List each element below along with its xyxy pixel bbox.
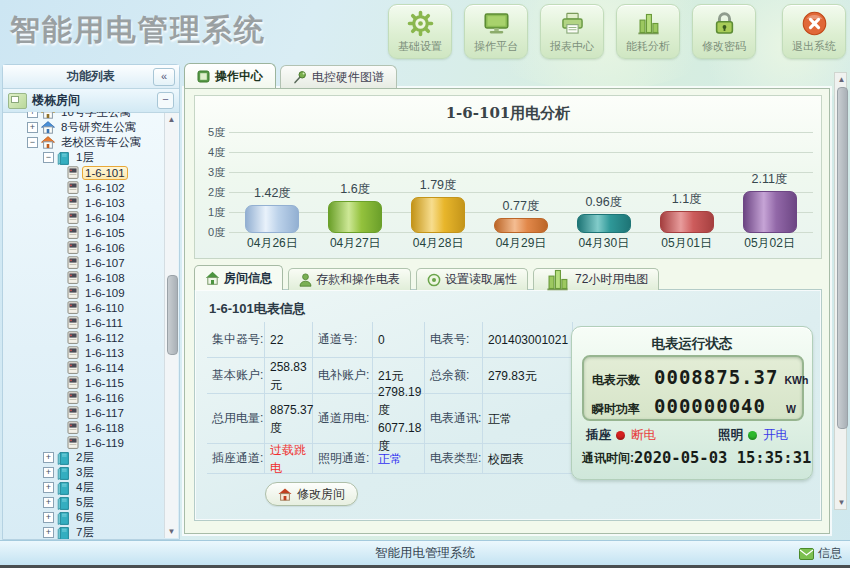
bar-slot: 1.1度 — [645, 132, 728, 233]
bar-slot: 1.6度 — [314, 132, 397, 233]
toolbar-button-2[interactable]: 操作平台 — [464, 4, 528, 59]
meter-icon — [67, 346, 79, 359]
expand-icon[interactable]: + — [43, 527, 54, 538]
toolbar-button-1[interactable]: 基础设置 — [388, 4, 452, 59]
tree-item[interactable]: +4层 — [3, 480, 165, 495]
tree-item[interactable]: −老校区青年公寓 — [3, 135, 165, 150]
y-tick-label: 5度 — [195, 125, 225, 140]
panel-collapse-button[interactable]: − — [157, 92, 174, 109]
comm-time-value: 2020-05-03 15:35:31 — [634, 449, 811, 467]
tree-item[interactable]: 1-6-101 — [3, 165, 165, 180]
tree-item[interactable]: 1-6-105 — [3, 225, 165, 240]
expand-icon[interactable]: + — [43, 482, 54, 493]
main-scroll-thumb[interactable] — [837, 87, 848, 429]
info-field-label: 通道号: — [313, 322, 373, 358]
info-button[interactable]: 信息 — [799, 545, 842, 562]
tree-item[interactable]: +3层 — [3, 465, 165, 480]
sidebar-scrollbar[interactable]: ▲ ▼ — [164, 113, 178, 538]
info-field-label: 基本账户: — [207, 358, 265, 394]
tree-item[interactable]: −1层 — [3, 150, 165, 165]
toolbar-button-3[interactable]: 报表中心 — [540, 4, 604, 59]
toolbar-button-5[interactable]: 修改密码 — [692, 4, 756, 59]
toolbar-button-label: 报表中心 — [550, 39, 594, 54]
tab-4[interactable]: 72小时用电图 — [533, 268, 659, 290]
tab-label: 操作中心 — [215, 68, 263, 85]
sidebar-collapse-button[interactable]: « — [153, 68, 175, 86]
tree-item[interactable]: +6层 — [3, 510, 165, 525]
tree-item-label: 1-6-102 — [82, 181, 128, 195]
expand-icon[interactable]: + — [43, 497, 54, 508]
gear-icon — [407, 10, 434, 38]
tree-item[interactable]: +5层 — [3, 495, 165, 510]
tree-item[interactable]: 1-6-107 — [3, 255, 165, 270]
expand-icon[interactable]: + — [43, 512, 54, 523]
floor-icon — [57, 151, 70, 165]
meter-icon — [67, 211, 79, 224]
x-tick-label: 04月30日 — [562, 235, 645, 252]
tree-item[interactable]: 1-6-104 — [3, 210, 165, 225]
tree-item[interactable]: 1-6-108 — [3, 270, 165, 285]
tree-item[interactable]: 1-6-110 — [3, 300, 165, 315]
status-bar-title: 智能用电管理系统 — [0, 545, 850, 562]
tree-item[interactable]: 1-6-103 — [3, 195, 165, 210]
tab-label: 存款和操作电表 — [316, 271, 400, 288]
meter-icon — [67, 406, 79, 419]
tree-item-label: 1-6-103 — [82, 196, 128, 210]
scroll-up-icon[interactable]: ▲ — [165, 113, 178, 126]
tab-label: 72小时用电图 — [575, 271, 648, 288]
tree-item[interactable]: 1-6-117 — [3, 405, 165, 420]
expand-icon[interactable]: + — [43, 467, 54, 478]
info-field-value: 校园表 — [483, 444, 573, 474]
modify-home-icon — [278, 488, 292, 501]
tree-item[interactable]: 1-6-118 — [3, 420, 165, 435]
tree-item[interactable]: 1-6-113 — [3, 345, 165, 360]
tree-item[interactable]: 1-6-111 — [3, 315, 165, 330]
bar-value-label: 0.96度 — [585, 194, 622, 211]
light-status-dot-icon — [748, 431, 757, 440]
expand-icon[interactable]: + — [43, 452, 54, 463]
socket-status-dot-icon — [616, 431, 625, 440]
scroll-down-icon[interactable]: ▼ — [165, 525, 178, 538]
comm-time-row: 通讯时间: 2020-05-03 15:35:31 — [582, 449, 804, 467]
tab-3[interactable]: 设置读取属性 — [416, 268, 528, 290]
tab-1[interactable]: 房间信息 — [194, 265, 283, 290]
tree-item-label: 1-6-116 — [82, 391, 127, 405]
info-field-value: 201403001021 — [483, 322, 573, 358]
expand-icon[interactable]: + — [27, 122, 38, 133]
tree-item[interactable]: +2层 — [3, 450, 165, 465]
tree-item[interactable]: 1-6-119 — [3, 435, 165, 450]
tree-item[interactable]: 1-6-109 — [3, 285, 165, 300]
tree-list: +10号学生公寓+8号研究生公寓−老校区青年公寓−1层1-6-1011-6-10… — [3, 112, 165, 539]
tree-item[interactable]: +7层 — [3, 525, 165, 539]
tree-item[interactable]: 1-6-112 — [3, 330, 165, 345]
tree-item[interactable]: 1-6-106 — [3, 240, 165, 255]
info-field-label: 总用电量: — [207, 394, 265, 444]
main-scrollbar[interactable]: ▲ ▼ — [834, 72, 847, 510]
expand-icon[interactable]: + — [27, 112, 38, 118]
edit-room-button[interactable]: 修改房间 — [265, 482, 358, 506]
toolbar-button-4[interactable]: 能耗分析 — [616, 4, 680, 59]
scroll-up-icon[interactable]: ▲ — [835, 73, 848, 86]
tab-2[interactable]: 电控硬件图谱 — [280, 65, 397, 88]
sidebar-panel-bar[interactable]: 楼栋房间 − — [3, 89, 179, 113]
collapse-icon[interactable]: − — [43, 152, 54, 163]
tab-2[interactable]: 存款和操作电表 — [288, 268, 411, 290]
info-field-label: 电表通讯: — [425, 394, 483, 444]
tree-item[interactable]: 1-6-114 — [3, 360, 165, 375]
tab-1[interactable]: 操作中心 — [184, 63, 276, 88]
sidebar-scroll-thumb[interactable] — [167, 275, 178, 355]
panel-icon — [197, 70, 210, 83]
collapse-icon[interactable]: − — [27, 137, 38, 148]
toolbar-button-label: 基础设置 — [398, 39, 442, 54]
x-tick-label: 04月26日 — [231, 235, 314, 252]
bar-slot: 1.42度 — [231, 132, 314, 233]
tree-item[interactable]: 1-6-102 — [3, 180, 165, 195]
tree-item-label: 7层 — [73, 524, 97, 539]
tree-item[interactable]: 1-6-116 — [3, 390, 165, 405]
meter-icon — [67, 256, 79, 269]
scroll-down-icon[interactable]: ▼ — [835, 496, 848, 509]
toolbar-button-6[interactable]: 退出系统 — [782, 4, 846, 59]
comm-time-label: 通讯时间: — [582, 450, 634, 467]
tree-item[interactable]: 1-6-115 — [3, 375, 165, 390]
tree-item[interactable]: +8号研究生公寓 — [3, 120, 165, 135]
